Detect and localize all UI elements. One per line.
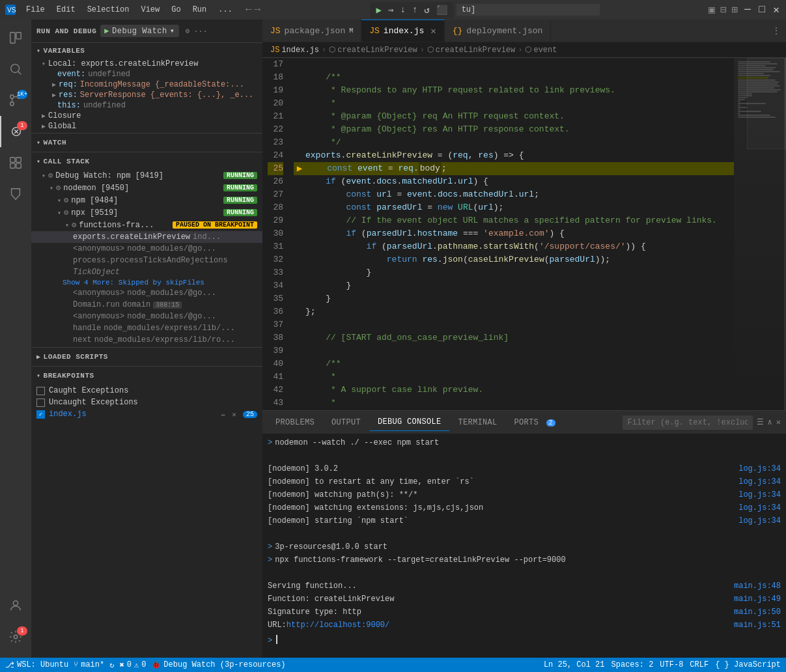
callstack-frame-next[interactable]: next node_modules/express/lib/ro... [31,334,262,346]
tab-index-js[interactable]: JS index.js ✕ [361,20,444,42]
nav-back-button[interactable]: ← [246,4,252,16]
breakpoint-caught[interactable]: Caught Exceptions [31,385,262,397]
callstack-frame-createLinkPreview[interactable]: exports.createLinkPreview ind... [31,231,262,243]
status-encoding[interactable]: UTF-8 [660,660,683,669]
loaded-scripts-header[interactable]: ▶ LOADED SCRIPTS [31,349,262,365]
window-maximize-button[interactable]: □ [757,5,766,14]
status-git-branch[interactable]: ⑂ main* [74,660,104,669]
variables-section-header[interactable]: ▾ VARIABLES [31,43,262,59]
callstack-frame-handle[interactable]: handle node_modules/express/lib/... [31,322,262,334]
command-palette-input[interactable] [456,4,600,16]
debug-step-into-button[interactable]: ↓ [399,3,406,16]
panel-tab-ports[interactable]: PORTS 2 [507,414,563,431]
menu-more[interactable]: ... [213,4,238,16]
console-url-value[interactable]: http://localhost:9000/ [287,619,389,631]
console-link-4[interactable]: log.js:34 [738,489,781,501]
status-eol[interactable]: CRLF [690,660,709,669]
var-req[interactable]: ▶ req: IncomingMessage {_readableState:.… [31,79,262,90]
var-event[interactable]: event: undefined [31,69,262,79]
console-link-serving[interactable]: main.js:48 [734,580,781,592]
status-sync[interactable]: ↻ [109,660,114,670]
breakpoint-uncaught[interactable]: Uncaught Exceptions [31,397,262,408]
breadcrumb-createLinkPreview1[interactable]: ⬡createLinkPreview [329,45,417,55]
console-link-5[interactable]: log.js:34 [738,502,781,514]
debug-step-out-button[interactable]: ↑ [411,3,419,16]
breakpoint-remove-icon[interactable]: ✕ [232,410,236,419]
menu-selection[interactable]: Selection [82,4,135,16]
status-wsl[interactable]: ⎇ WSL: Ubuntu [5,660,68,670]
callstack-frame-processticks[interactable]: process.processTicksAndRejections [31,255,262,266]
debug-config-selector[interactable]: ▶ Debug Watch ▾ [100,25,178,37]
layout-panel-button[interactable]: ▣ [709,3,715,16]
breadcrumb-event[interactable]: ⬡event [525,45,557,55]
window-close-button[interactable]: ✕ [772,5,781,14]
window-minimize-button[interactable]: ─ [743,5,752,14]
filter-icon[interactable]: ☰ [757,417,764,427]
panel-filter-input[interactable] [623,415,753,430]
breakpoint-edit-icon[interactable]: ✏ [221,410,226,419]
closure-scope-item[interactable]: ▶ Closure [31,111,262,121]
callstack-item-npm-9484[interactable]: ▾ ⚙ npm [9484] RUNNING [31,194,262,206]
indexjs-breakpoint-checkbox[interactable] [36,410,45,419]
status-debug-watch[interactable]: 🐞 Debug Watch (3p-resources) [151,660,285,670]
console-link-function[interactable]: main.js:49 [734,593,781,605]
menu-view[interactable]: View [135,4,165,16]
breakpoints-header[interactable]: ▾ BREAKPOINTS [31,368,262,384]
activity-test[interactable] [0,178,31,210]
callstack-item-npx[interactable]: ▾ ⚙ npx [9519] RUNNING [31,206,262,219]
breadcrumb-file[interactable]: JSindex.js [270,46,319,55]
callstack-frame-anonymous2[interactable]: <anonymous> node_modules/@go... [31,287,262,299]
editor-split-button[interactable]: ⋮ [772,25,781,36]
tab-deployment-json[interactable]: {} deployment.json [445,20,552,42]
callstack-section-header[interactable]: ▾ CALL STACK [31,154,262,169]
console-link-signature[interactable]: main.js:50 [734,606,781,618]
panel-content[interactable]: > nodemon --watch ./ --exec npm start [n… [262,434,786,658]
status-language[interactable]: { } JavaScript [715,660,781,669]
activity-account[interactable] [0,590,31,621]
callstack-frame-anonymous1[interactable]: <anonymous> node_modules/@go... [31,243,262,255]
debug-settings-button[interactable]: ⚙ [186,27,190,35]
var-res[interactable]: ▶ res: ServerResponse {_events: {...}, _… [31,90,262,100]
local-scope-item[interactable]: ▾ Local: exports.createLinkPreview [31,59,262,69]
filter-close-button[interactable]: ✕ [776,417,781,427]
callstack-item-functions[interactable]: ▾ ⚙ functions-fra... PAUSED ON BREAKPOIN… [31,219,262,231]
code-area[interactable]: /** * Responds to any HTTP request relat… [288,58,734,410]
layout-split-button[interactable]: ⊟ [720,3,727,16]
activity-debug[interactable]: 1 [0,116,31,147]
panel-tab-output[interactable]: OUTPUT [324,414,369,431]
console-link-6[interactable]: log.js:34 [738,515,781,527]
tab-package-json[interactable]: JS package.json M [262,20,361,42]
panel-tab-debug-console[interactable]: DEBUG CONSOLE [370,413,449,431]
debug-continue-button[interactable]: ▶ [375,3,383,17]
show-more-skipped-link[interactable]: Show 4 More: Skipped by skipFiles [31,278,262,287]
menu-go[interactable]: Go [166,4,186,16]
filter-collapse-button[interactable]: ∧ [768,417,772,427]
activity-extensions[interactable] [0,147,31,178]
breadcrumb-createLinkPreview2[interactable]: ⬡createLinkPreview [427,45,515,55]
debug-more-button[interactable]: ··· [194,27,208,35]
status-errors[interactable]: ✖ 0 ⚠ 0 [119,660,146,670]
nav-forward-button[interactable]: → [254,4,260,16]
menu-file[interactable]: File [21,4,50,16]
activity-search[interactable] [0,53,31,85]
debug-disconnect-button[interactable]: ⬛ [435,3,449,17]
activity-source-control[interactable]: 1K+ [0,85,31,116]
callstack-item-nodemon[interactable]: ▾ ⚙ nodemon [9450] RUNNING [31,182,262,194]
console-link-3[interactable]: log.js:34 [738,476,781,488]
sidebar-scroll[interactable]: ▾ VARIABLES ▾ Local: exports.createLinkP… [31,43,262,658]
debug-restart-button[interactable]: ↺ [423,3,430,17]
layout-editor-button[interactable]: ⊞ [731,3,738,16]
callstack-frame-anonymous3[interactable]: <anonymous> node_modules/@go... [31,311,262,322]
uncaught-exceptions-checkbox[interactable] [36,399,45,407]
menu-run[interactable]: Run [188,4,212,16]
var-this[interactable]: this: undefined [31,100,262,111]
console-link-2[interactable]: log.js:34 [738,463,781,475]
global-scope-item[interactable]: ▶ Global [31,121,262,132]
status-line-col[interactable]: Ln 25, Col 21 [544,660,605,669]
menu-edit[interactable]: Edit [51,4,81,16]
panel-tab-problems[interactable]: PROBLEMS [268,414,322,431]
callstack-frame-tickobject[interactable]: TickObject [31,266,262,278]
panel-tab-terminal[interactable]: TERMINAL [451,414,505,431]
watch-section-header[interactable]: ▾ WATCH [31,135,262,150]
console-link-url[interactable]: main.js:51 [734,619,781,631]
